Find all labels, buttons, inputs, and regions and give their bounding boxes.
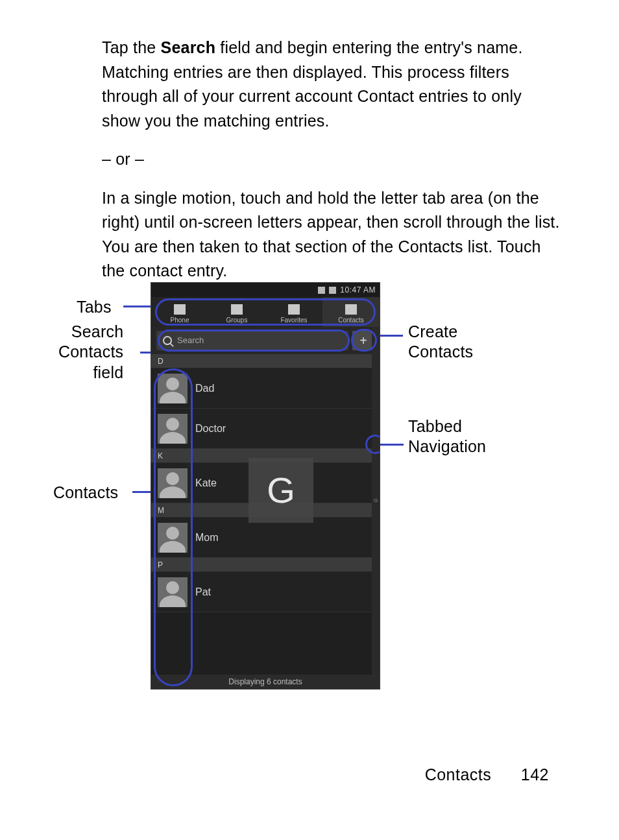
tab-favorites[interactable]: Favorites — [265, 297, 322, 327]
plus-icon: + — [359, 331, 367, 350]
section-header-d: D — [151, 354, 380, 368]
text: field — [58, 363, 123, 383]
avatar-icon — [158, 374, 188, 403]
text: Tap the — [102, 38, 161, 56]
instruction-paragraph-2: In a single motion, touch and hold the l… — [102, 186, 561, 283]
search-input[interactable]: Search — [156, 331, 348, 350]
search-placeholder: Search — [177, 334, 204, 347]
alphabet-index[interactable]: G — [372, 327, 380, 675]
footer-section: Contacts — [425, 765, 492, 784]
text: Contacts — [58, 342, 123, 362]
section-header-p: P — [151, 558, 380, 572]
tab-label: Phone — [171, 315, 189, 325]
contact-row[interactable]: Dad — [151, 368, 380, 409]
text: Navigation — [408, 437, 486, 457]
callout-search-field: Search Contacts field — [58, 322, 123, 383]
phone-icon — [174, 304, 186, 315]
tab-row: Phone Groups Favorites Contacts — [151, 297, 380, 327]
contacts-count-footer: Displaying 6 contacts — [151, 675, 380, 689]
scroll-letter-overlay: G — [249, 458, 313, 523]
avatar-icon — [158, 577, 188, 607]
avatar-icon — [158, 468, 188, 498]
contact-name: Pat — [195, 584, 211, 600]
phone-screenshot: 10:47 AM Phone Groups Favorites Contacts… — [151, 282, 380, 690]
contact-name: Mom — [195, 530, 219, 546]
avatar-icon — [158, 523, 188, 553]
tab-label: Contacts — [338, 315, 363, 325]
contact-row[interactable]: Mom — [151, 518, 380, 558]
contact-row[interactable]: Pat — [151, 572, 380, 612]
star-icon — [288, 304, 300, 315]
search-row: Search + — [151, 327, 380, 354]
clock: 10:47 AM — [340, 284, 376, 296]
or-separator: – or – — [102, 147, 561, 172]
text: Contacts — [408, 342, 473, 362]
tab-phone[interactable]: Phone — [151, 297, 208, 327]
text: Tabbed — [408, 416, 486, 437]
text: Search — [58, 322, 123, 342]
leader-line — [132, 491, 152, 493]
leader-line — [377, 444, 404, 446]
status-bar: 10:47 AM — [151, 283, 380, 297]
callout-contacts: Contacts — [53, 481, 118, 505]
avatar-icon — [158, 414, 188, 444]
search-bold: Search — [161, 38, 216, 56]
groups-icon — [231, 304, 243, 315]
contact-row[interactable]: Doctor — [151, 409, 380, 449]
callout-tabs: Tabs — [77, 295, 112, 320]
contact-name: Doctor — [195, 421, 226, 437]
contact-name: Kate — [195, 475, 217, 491]
tab-contacts[interactable]: Contacts — [322, 297, 380, 327]
tab-label: Favorites — [280, 315, 307, 325]
text: Create — [408, 322, 473, 342]
page-footer: Contacts 142 — [425, 763, 549, 787]
tab-groups[interactable]: Groups — [208, 297, 265, 327]
signal-icon — [318, 287, 325, 294]
battery-icon — [329, 287, 336, 294]
callout-create-contacts: Create Contacts — [408, 322, 473, 363]
search-icon — [163, 336, 172, 345]
page-number: 142 — [521, 765, 549, 784]
index-letter: G — [374, 497, 378, 505]
instruction-paragraph-1: Tap the Search field and begin entering … — [102, 36, 561, 133]
callout-tabbed-navigation: Tabbed Navigation — [408, 416, 486, 457]
contact-name: Dad — [195, 381, 214, 396]
person-icon — [345, 304, 357, 315]
add-contact-button[interactable]: + — [352, 331, 374, 350]
tab-label: Groups — [226, 315, 248, 325]
